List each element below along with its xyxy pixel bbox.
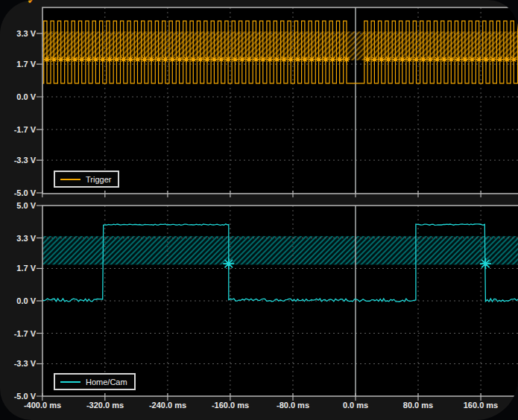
y-axis-label: 3.3 V — [0, 28, 36, 39]
y-axis-label: 1.7 V — [0, 263, 36, 273]
scope-window: 3.3 V1.7 V0.0 V-1.7 V-3.3 V-5.0 V5.0 V3.… — [0, 0, 518, 420]
homecam-threshold-band-hatch — [42, 236, 518, 264]
x-axis-label: -160.0 ms — [202, 400, 259, 410]
y-axis-label: 0.0 V — [0, 92, 36, 102]
legend-trigger-label: Trigger — [86, 175, 111, 184]
y-axis-label: 3.3 V — [0, 233, 36, 244]
x-axis-label: -240.0 ms — [139, 400, 196, 410]
y-axis-label: -5.0 V — [0, 188, 36, 198]
y-axis-label: -3.3 V — [0, 155, 36, 165]
x-axis-label: 0.0 ms — [327, 400, 384, 410]
y-axis-label: 1.7 V — [0, 59, 36, 69]
y-axis-label: -3.3 V — [0, 358, 36, 369]
legend-homecam[interactable]: Home/Cam — [54, 373, 136, 390]
homecam-panel — [42, 206, 518, 396]
oscilloscope-plots[interactable] — [0, 0, 518, 420]
y-axis-label: 5.0 V — [0, 200, 36, 211]
x-axis-label: 160.0 ms — [452, 400, 509, 410]
x-axis-label: 80.0 ms — [390, 400, 446, 410]
x-axis-label: -80.0 ms — [265, 400, 321, 410]
legend-homecam-label: Home/Cam — [86, 378, 127, 386]
homecam-line-swatch — [60, 381, 80, 383]
screenshot-stage: 3.3 V1.7 V0.0 V-1.7 V-3.3 V-5.0 V5.0 V3.… — [0, 0, 518, 420]
checkmark-icon[interactable]: ✔ — [27, 0, 37, 5]
y-axis-label: -1.7 V — [0, 124, 36, 135]
y-axis-label: 0.0 V — [0, 296, 36, 306]
y-axis-label: -1.7 V — [0, 328, 36, 339]
x-axis-label: -400.0 ms — [14, 400, 71, 410]
trigger-line-swatch — [60, 179, 80, 180]
x-axis-label: -320.0 ms — [77, 400, 133, 410]
legend-trigger[interactable]: Trigger — [54, 171, 119, 188]
